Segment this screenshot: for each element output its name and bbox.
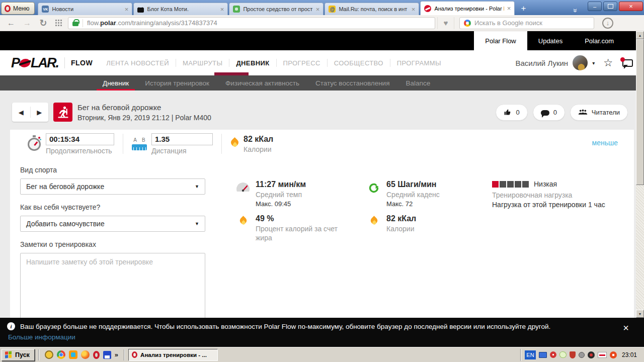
more-info-link[interactable]: Больше информации: [8, 333, 75, 341]
topbar-tab-polar-flow[interactable]: Polar Flow: [474, 31, 527, 50]
webcam-icon[interactable]: [579, 352, 585, 358]
vk-favicon-icon: VK: [42, 6, 49, 13]
network-icon[interactable]: [539, 352, 547, 358]
firefox-icon[interactable]: [81, 350, 90, 359]
polar-sync-icon[interactable]: [598, 352, 607, 358]
like-button[interactable]: 0: [496, 104, 527, 121]
topbar-tab-polar-com[interactable]: Polar.com: [574, 31, 625, 50]
taskbar-task-polar[interactable]: Анализ тренировки - ...: [128, 349, 218, 361]
new-tab-button[interactable]: +: [521, 4, 526, 13]
search-field[interactable]: Искать в Google поиск: [459, 17, 594, 29]
tab-list-icon[interactable]: »: [572, 9, 580, 12]
subnav-item-recovery[interactable]: Статус восстановления: [309, 75, 396, 90]
polar-logo[interactable]: P LAR.: [11, 55, 58, 71]
chrome-icon[interactable]: [57, 350, 65, 359]
search-placeholder: Искать в Google поиск: [474, 19, 542, 27]
subnav-item-history[interactable]: История тренировок: [139, 75, 215, 90]
tab-close-icon[interactable]: ×: [220, 6, 224, 13]
show-less-link[interactable]: меньше: [592, 139, 618, 147]
nav-item-diary[interactable]: ДНЕВНИК: [229, 59, 276, 67]
close-window-button[interactable]: ×: [619, 2, 643, 11]
back-button[interactable]: ←: [4, 19, 18, 28]
duration-group: Продолжительность: [27, 133, 114, 155]
green-favicon-icon: [233, 6, 240, 13]
distance-input[interactable]: [151, 133, 213, 145]
browser-menu-button[interactable]: Меню: [1, 2, 35, 15]
browser-tab-remedy[interactable]: Простое средство от прост ×: [229, 3, 324, 15]
bookmark-heart-icon[interactable]: ♥: [437, 17, 454, 29]
chevron-down-icon[interactable]: ▾: [592, 60, 595, 66]
polar-logo-o-icon: [19, 59, 31, 67]
nav-item-routes[interactable]: МАРШРУТЫ: [176, 59, 229, 67]
next-session-button[interactable]: ▶: [31, 109, 49, 116]
minimize-button[interactable]: –: [588, 2, 602, 11]
stat-max: Макс. 72: [386, 200, 440, 208]
tab-close-icon[interactable]: ×: [125, 6, 129, 13]
comment-button[interactable]: 0: [533, 104, 565, 121]
scroll-down-icon[interactable]: ▼: [636, 310, 644, 318]
tray-app-icon-orange[interactable]: [610, 351, 617, 358]
followers-button[interactable]: Читатели: [570, 104, 628, 121]
logo-letter-p: P: [11, 55, 19, 71]
scroll-up-icon[interactable]: ▲: [636, 31, 644, 39]
load-label: Тренировочная нагрузка: [492, 191, 605, 199]
topbar-tab-updates[interactable]: Updates: [527, 31, 574, 50]
divider: [124, 349, 125, 360]
tab-close-icon[interactable]: ×: [507, 5, 511, 12]
route-a-label: A: [133, 137, 137, 143]
notes-textarea[interactable]: [20, 253, 205, 318]
amigo-icon[interactable]: [69, 350, 77, 359]
nav-item-community[interactable]: СООБЩЕСТВО: [328, 59, 390, 67]
close-notice-icon[interactable]: ×: [623, 323, 629, 333]
tab-close-icon[interactable]: ×: [412, 6, 416, 13]
browser-tab-blog[interactable]: Блог Кота Моти. ×: [133, 3, 228, 15]
duration-input[interactable]: [46, 133, 114, 145]
nav-item-programs[interactable]: ПРОГРАММЫ: [390, 59, 448, 67]
user-name[interactable]: Василий Лукин: [515, 59, 568, 67]
comment-count: 0: [553, 109, 557, 116]
tray-app-icon-green[interactable]: [559, 351, 567, 358]
quick-launch-overflow-icon[interactable]: »: [115, 351, 118, 358]
tab-strip: VK Новости × Блог Кота Моти. × Простое с…: [38, 0, 516, 15]
avatar[interactable]: [573, 55, 588, 70]
downloads-icon[interactable]: ↓: [602, 18, 613, 29]
subnav-item-balance[interactable]: Balance: [399, 75, 436, 90]
browser-tab-mailru[interactable]: @ Mail.Ru: почта, поиск в инт ×: [325, 3, 419, 15]
mailru-favicon-icon: @: [329, 6, 336, 13]
prev-session-button[interactable]: ◀: [12, 109, 30, 116]
like-count: 0: [516, 109, 519, 116]
language-indicator[interactable]: EN: [525, 350, 536, 359]
browser-tab-polar-active[interactable]: Анализ тренировки - Polar F ×: [420, 1, 515, 15]
subnav-item-activity[interactable]: Физическая активность: [219, 75, 305, 90]
restore-button[interactable]: [603, 2, 617, 11]
forward-button[interactable]: →: [20, 19, 34, 28]
stat-value: 49 %: [256, 214, 349, 223]
save-app-icon[interactable]: [103, 351, 111, 359]
sport-select[interactable]: Бег на беговой дорожке ▼: [20, 178, 205, 195]
nav-item-progress[interactable]: ПРОГРЕСС: [277, 59, 327, 67]
feeling-select[interactable]: Добавить самочувствие ▼: [20, 216, 205, 232]
page-scrollbar[interactable]: ▲ ▼: [636, 31, 644, 318]
antivirus-shield-icon[interactable]: [570, 351, 576, 358]
nav-item-feed[interactable]: ЛЕНТА НОВОСТЕЙ: [100, 59, 176, 67]
browser-tab-news[interactable]: VK Новости ×: [38, 3, 132, 15]
tray-app-icon-red[interactable]: [550, 351, 556, 358]
polar-header: P LAR. FLOW ЛЕНТА НОВОСТЕЙ МАРШРУТЫ ДНЕВ…: [0, 50, 644, 75]
favorites-star-icon[interactable]: ☆: [603, 57, 613, 69]
subnav-item-diary[interactable]: Дневник: [97, 75, 135, 90]
reload-button[interactable]: ↻: [36, 18, 50, 29]
notifications-icon[interactable]: [622, 59, 633, 67]
speed-dial-icon[interactable]: [55, 20, 62, 26]
taskbar-clock[interactable]: 23:01: [622, 351, 637, 358]
sport-label: Вид спорта: [20, 166, 205, 174]
secure-lock-icon: [72, 22, 78, 26]
start-button[interactable]: Пуск: [2, 349, 35, 361]
load-block: [507, 181, 514, 188]
flame-icon: [230, 138, 239, 150]
app-icon-yellow[interactable]: [45, 350, 53, 359]
tab-close-icon[interactable]: ×: [316, 6, 320, 13]
scrollbar-thumb[interactable]: [636, 39, 644, 185]
address-bar[interactable]: flow.polar.com/training/analysis/3174837…: [68, 17, 435, 29]
tray-app-icon-dark[interactable]: [588, 351, 595, 358]
opera-icon[interactable]: [93, 351, 100, 359]
